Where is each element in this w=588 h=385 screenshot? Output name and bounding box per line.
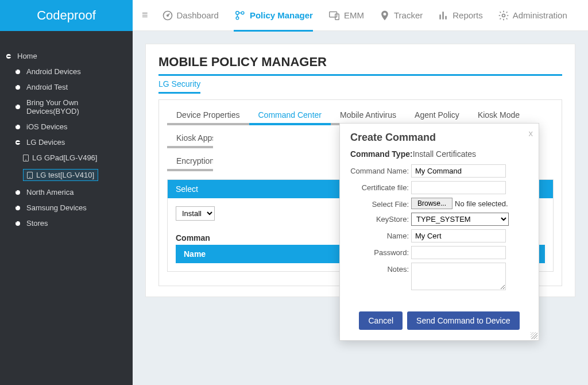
command-type: Command Type:Install Certificates bbox=[350, 149, 528, 159]
cert-name-input[interactable] bbox=[411, 229, 506, 242]
expand-icon bbox=[14, 204, 22, 212]
topnav-tracker[interactable]: Tracker bbox=[373, 10, 428, 21]
device-icon bbox=[23, 155, 29, 161]
tab-encryption[interactable]: Encryption bbox=[167, 152, 213, 171]
keystore-label: KeyStore: bbox=[350, 213, 411, 224]
select-file-label: Select File: bbox=[350, 198, 411, 209]
svg-rect-5 bbox=[330, 11, 337, 17]
modal-title: Create Command bbox=[350, 132, 528, 144]
keystore-select[interactable]: TYPE_SYSTEM bbox=[411, 213, 509, 226]
certificate-file-input[interactable] bbox=[411, 181, 506, 194]
topbar: ≡ Dashboard Policy Manager EMM bbox=[133, 0, 588, 31]
svg-point-4 bbox=[236, 17, 239, 20]
dashboard-icon bbox=[162, 10, 173, 21]
nav-tree: Home Android Devices Android Test Bring … bbox=[0, 31, 133, 248]
svg-rect-7 bbox=[440, 14, 442, 19]
svg-rect-9 bbox=[446, 16, 447, 19]
emm-icon bbox=[328, 9, 341, 22]
sidebar-item-north-america[interactable]: North America bbox=[0, 184, 133, 200]
sidebar-item-stores[interactable]: Stores bbox=[0, 215, 133, 231]
sidebar-item-lg-gpad[interactable]: LG GPad[LG-V496] bbox=[0, 150, 133, 165]
topnav-policy-manager[interactable]: Policy Manager bbox=[228, 9, 319, 22]
expand-icon bbox=[14, 103, 22, 111]
notes-textarea[interactable] bbox=[411, 263, 506, 290]
sidebar-item-android-devices[interactable]: Android Devices bbox=[0, 64, 133, 79]
svg-rect-8 bbox=[443, 11, 444, 19]
page-title: MOBILE POLICY MANAGER bbox=[158, 55, 562, 76]
tab-mobile-antivirus[interactable]: Mobile Antivirus bbox=[331, 106, 405, 125]
topnav-administration[interactable]: Administration bbox=[492, 10, 573, 21]
file-status: No file selected. bbox=[455, 199, 508, 208]
menu-toggle-icon[interactable]: ≡ bbox=[142, 9, 148, 21]
command-name-input[interactable] bbox=[411, 164, 506, 178]
password-input[interactable] bbox=[411, 246, 506, 259]
tab-agent-policy[interactable]: Agent Policy bbox=[405, 106, 469, 125]
svg-point-2 bbox=[236, 11, 239, 14]
certificate-file-label: Certificate file: bbox=[350, 181, 411, 192]
command-history-title: Command History bbox=[176, 233, 210, 242]
section-tab-lg-security[interactable]: LG Security bbox=[158, 79, 200, 94]
expand-icon bbox=[14, 123, 22, 131]
topnav-reports[interactable]: Reports bbox=[432, 10, 489, 21]
svg-point-3 bbox=[241, 11, 244, 14]
cancel-button[interactable]: Cancel bbox=[359, 311, 403, 330]
notes-label: Notes: bbox=[350, 263, 411, 274]
browse-button[interactable]: Browse... bbox=[411, 198, 452, 209]
policy-icon bbox=[234, 9, 246, 22]
sidebar-item-android-test[interactable]: Android Test bbox=[0, 79, 133, 95]
tab-command-center[interactable]: Command Center bbox=[249, 106, 331, 125]
send-command-button[interactable]: Send Command to Device bbox=[407, 311, 519, 330]
select-bar-label: Select bbox=[176, 184, 198, 194]
password-label: Password: bbox=[350, 246, 411, 257]
admin-icon bbox=[498, 10, 509, 21]
reports-icon bbox=[438, 10, 449, 21]
collapse-icon bbox=[14, 138, 22, 147]
expand-icon bbox=[14, 68, 22, 76]
main: ≡ Dashboard Policy Manager EMM bbox=[133, 0, 588, 385]
tab-kiosk-apps[interactable]: Kiosk Apps bbox=[167, 129, 213, 148]
command-name-label: Command Name: bbox=[350, 164, 411, 175]
sidebar-item-ios-devices[interactable]: iOS Devices bbox=[0, 119, 133, 134]
svg-point-10 bbox=[502, 14, 505, 17]
expand-icon bbox=[14, 83, 22, 91]
topnav-dashboard[interactable]: Dashboard bbox=[156, 10, 225, 21]
tab-device-properties[interactable]: Device Properties bbox=[167, 106, 249, 125]
cert-name-label: Name: bbox=[350, 229, 411, 240]
device-icon bbox=[27, 172, 33, 179]
svg-point-1 bbox=[167, 14, 168, 16]
topnav-emm[interactable]: EMM bbox=[322, 9, 370, 22]
create-command-modal: x Create Command Command Type:Install Ce… bbox=[339, 123, 539, 341]
sidebar: Codeproof Home Android Devices Android T… bbox=[0, 0, 133, 385]
sidebar-item-home[interactable]: Home bbox=[0, 48, 133, 64]
subtabs-row-1: Device Properties Command Center Mobile … bbox=[167, 106, 554, 125]
modal-close-button[interactable]: x bbox=[529, 128, 533, 138]
sidebar-item-byod[interactable]: Bring Your Own Devices(BYOD) bbox=[0, 95, 133, 119]
tracker-icon bbox=[379, 10, 390, 21]
expand-icon bbox=[14, 188, 22, 197]
command-type-select[interactable]: Install bbox=[176, 206, 215, 221]
sidebar-item-lg-devices[interactable]: LG Devices bbox=[0, 134, 133, 150]
collapse-icon bbox=[5, 52, 13, 60]
expand-icon bbox=[14, 220, 22, 228]
resize-grip-icon[interactable] bbox=[531, 332, 537, 339]
sidebar-item-lg-test[interactable]: LG test[LG-V410] bbox=[0, 165, 133, 184]
brand-logo: Codeproof bbox=[0, 0, 133, 31]
sidebar-item-samsung-devices[interactable]: Samsung Devices bbox=[0, 200, 133, 215]
tab-kiosk-mode[interactable]: Kiosk Mode bbox=[469, 106, 529, 125]
command-type-select-wrap: Install bbox=[176, 206, 215, 221]
